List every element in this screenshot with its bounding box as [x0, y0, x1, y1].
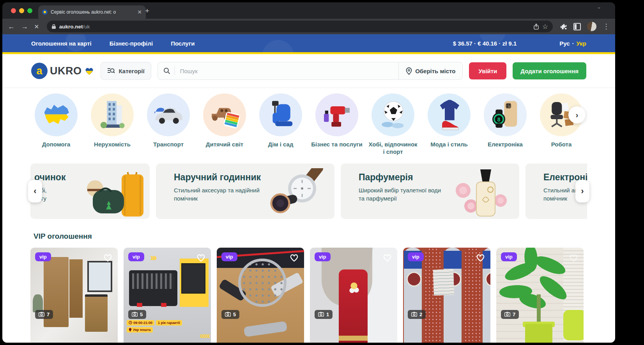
- favorite-heart-icon[interactable]: [568, 252, 579, 262]
- browser-tab[interactable]: Сервіс оголошень aukro.net: о ✕: [38, 5, 146, 19]
- photo-count: 7: [47, 312, 50, 317]
- category-item-nerukhomist[interactable]: Нерухомість: [87, 93, 138, 156]
- photo-count: 1: [326, 312, 329, 317]
- favorite-heart-icon[interactable]: [103, 252, 113, 262]
- search-bar: Оберіть місто: [157, 62, 463, 80]
- side-panel-icon[interactable]: [573, 23, 581, 30]
- category-item-transport[interactable]: Транспорт: [143, 93, 194, 156]
- url-text: aukro.net/uk: [59, 24, 90, 30]
- wrist-watches-image: [263, 168, 331, 219]
- phone-smartwatch-icon: 8: [484, 93, 527, 136]
- select-city-button[interactable]: Оберіть місто: [398, 62, 462, 79]
- category-item-moda-i-styl[interactable]: Мода і стиль: [423, 93, 475, 156]
- favorite-heart-icon[interactable]: [475, 252, 486, 262]
- vip-section-title: VIP оголошення: [34, 232, 615, 241]
- profile-avatar[interactable]: [587, 22, 596, 31]
- vip-card-sausages[interactable]: vip 2: [403, 248, 490, 343]
- stop-loading-button[interactable]: ×: [34, 23, 39, 30]
- banner-hobby-rest[interactable]: очинок хобі, орту: [30, 164, 150, 219]
- favorite-heart-icon[interactable]: [382, 252, 393, 262]
- camera-icon: [411, 312, 417, 317]
- category-item-biznes-ta-posluhy[interactable]: Бізнес та послуги: [311, 93, 363, 156]
- photo-count-chip: 5: [221, 310, 239, 319]
- browser-toolbar: ← → × aukro.net/uk ☆ ⋮: [2, 19, 615, 34]
- delivery-chip: Укр пошта: [127, 327, 153, 333]
- vip-badge: vip: [221, 252, 237, 261]
- vip-badge: vip: [35, 252, 51, 261]
- category-item-robota[interactable]: Робота: [536, 93, 587, 156]
- camera-icon: [318, 312, 324, 317]
- vip-card-cosmetic-tube[interactable]: vip 1: [310, 248, 397, 343]
- header-divider: [2, 88, 615, 88]
- ukraine-map-icon: [35, 93, 78, 136]
- nav-link-services[interactable]: Послуги: [171, 40, 195, 47]
- photo-count: 5: [140, 312, 143, 317]
- maximize-window-button[interactable]: [27, 8, 32, 13]
- aukro-logo[interactable]: a UKRO: [31, 63, 94, 79]
- vip-card-watch[interactable]: vip 5: [217, 248, 304, 343]
- banners-next-arrow[interactable]: ›: [575, 180, 589, 202]
- bookmark-star-icon[interactable]: ☆: [542, 23, 548, 30]
- lang-rus[interactable]: Рус: [559, 40, 570, 47]
- login-button[interactable]: Увійти: [469, 62, 506, 79]
- favorite-heart-icon[interactable]: [196, 252, 206, 262]
- vip-card-furniture[interactable]: vip 7: [30, 248, 118, 343]
- add-listing-button[interactable]: Додати оголошення: [513, 62, 586, 79]
- categories-button[interactable]: Категорії: [101, 62, 151, 80]
- vip-card-row: vip 7 ›››: [30, 248, 587, 343]
- category-item-dytiachyi-svit[interactable]: Дитячий світ: [199, 93, 250, 156]
- webpage: Оголошення на карті Бізнес-профілі Послу…: [2, 34, 615, 343]
- promo-overlay-chips: 09:00-21:00 1 рік гарантії Укр пошта: [127, 320, 191, 333]
- vip-badge: vip: [128, 252, 144, 261]
- vip-card-tool-set[interactable]: ››› 09:00-21:00 1 рік гарантії: [124, 248, 211, 343]
- category-item-khobi-sport[interactable]: Хобі, відпочинок і спорт: [367, 93, 419, 156]
- back-button[interactable]: ←: [8, 23, 15, 30]
- banner-perfume[interactable]: Парфумерія Широкий вибір туалетної води …: [341, 164, 519, 219]
- photo-count-chip: 2: [408, 310, 426, 319]
- logo-circle-icon: a: [31, 63, 48, 79]
- banners-prev-arrow[interactable]: ‹: [28, 180, 42, 202]
- photo-count: 5: [233, 312, 236, 317]
- travel-bags-image: [84, 172, 147, 219]
- lang-ukr[interactable]: Укр: [577, 40, 586, 47]
- address-bar[interactable]: aukro.net/uk ☆: [47, 21, 553, 32]
- category-item-dopomoha[interactable]: Допомога: [30, 93, 82, 156]
- url-domain: aukro.net: [59, 24, 83, 30]
- photo-count-chip: 7: [501, 310, 519, 319]
- photo-count-chip: 7: [35, 310, 53, 319]
- photo-count: 7: [513, 312, 515, 317]
- tab-overflow-chevron-icon[interactable]: ⌄: [597, 4, 601, 10]
- categories-button-label: Категорії: [119, 68, 145, 74]
- favorite-heart-icon[interactable]: [289, 252, 299, 262]
- search-divider: [174, 67, 175, 75]
- minimize-window-button[interactable]: [19, 8, 24, 13]
- extensions-puzzle-icon[interactable]: [561, 23, 567, 30]
- category-carousel: Допомога: [30, 93, 587, 156]
- logo-text: UKRO: [50, 65, 82, 77]
- camera-icon: [504, 312, 510, 317]
- camera-icon: [132, 312, 138, 317]
- search-input[interactable]: [179, 67, 399, 75]
- nav-link-business[interactable]: Бізнес-профілі: [110, 40, 153, 47]
- forward-button[interactable]: →: [21, 23, 28, 30]
- categories-next-arrow[interactable]: ›: [568, 106, 586, 123]
- vip-badge: vip: [315, 252, 331, 261]
- banner-track: очинок хобі, орту: [30, 164, 587, 219]
- tab-close-icon[interactable]: ✕: [137, 9, 142, 15]
- nav-link-map[interactable]: Оголошення на карті: [31, 40, 92, 47]
- photo-count: 2: [419, 312, 422, 317]
- banner-wrist-watch[interactable]: Наручний годинник Стильний аксесуар та н…: [156, 164, 334, 219]
- share-icon[interactable]: [533, 23, 539, 30]
- new-tab-button[interactable]: +: [145, 7, 149, 14]
- tshirt-sneaker-icon: [428, 93, 471, 136]
- svg-text:8: 8: [497, 117, 501, 123]
- vip-card-plant[interactable]: vip 7: [496, 248, 584, 343]
- menu-dots-icon[interactable]: ⋮: [603, 23, 610, 30]
- category-item-dim-i-sad[interactable]: Дім і сад: [255, 93, 306, 156]
- close-window-button[interactable]: [11, 8, 16, 13]
- lang-separator: ·: [572, 40, 574, 47]
- category-item-elektronika[interactable]: 8 Електроніка: [479, 93, 531, 156]
- car-icon: [147, 93, 190, 136]
- armchair-icon: [259, 93, 302, 136]
- vip-badge: vip: [501, 252, 517, 261]
